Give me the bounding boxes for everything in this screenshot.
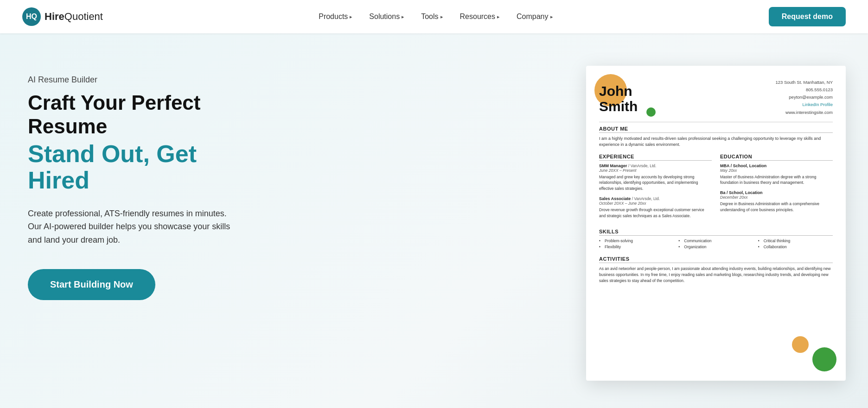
hero-subtitle: Stand Out, Get Hired bbox=[28, 141, 269, 194]
about-section-title: About Me bbox=[599, 126, 833, 133]
job-title-2: Sales Associate / VanArsde, Ltd. bbox=[599, 196, 712, 201]
job-date-1: June 20XX – Present bbox=[599, 168, 712, 173]
decorative-dot-green-mid bbox=[646, 107, 656, 117]
job-entry-1: SMM Manager / VanArsde, Ltd. June 20XX –… bbox=[599, 163, 712, 192]
skills-title: Skills bbox=[599, 229, 833, 236]
nav-item-company[interactable]: Company ▸ bbox=[517, 13, 553, 21]
resume-name: John Smith bbox=[599, 79, 638, 116]
chevron-down-icon: ▸ bbox=[350, 14, 352, 20]
nav-item-resources[interactable]: Resources ▸ bbox=[460, 13, 500, 21]
edu-date-2: December 20xx bbox=[720, 195, 833, 200]
nav-item-tools[interactable]: Tools ▸ bbox=[421, 13, 443, 21]
resume-divider bbox=[599, 122, 833, 122]
skill-item: Collaboration bbox=[758, 245, 833, 249]
skill-item: Flexibility bbox=[599, 245, 674, 249]
edu-date-1: May 20xx bbox=[720, 168, 833, 173]
logo-icon: HQ bbox=[22, 7, 41, 26]
experience-column: Experience SMM Manager / VanArsde, Ltd. … bbox=[599, 154, 712, 224]
resume-card: John Smith 123 South St. Manhattan, NY 8… bbox=[586, 66, 846, 381]
education-column: Education MBA / School, Location May 20x… bbox=[720, 154, 833, 224]
resume-contact: 123 South St. Manhattan, NY 805.555.0123… bbox=[775, 79, 833, 116]
decorative-dot-orange-bottom bbox=[792, 336, 809, 353]
request-demo-button[interactable]: Request demo bbox=[769, 7, 846, 26]
job-title-1: SMM Manager / VanArsde, Ltd. bbox=[599, 163, 712, 168]
nav-item-products[interactable]: Products ▸ bbox=[319, 13, 352, 21]
edu-degree-2: Ba / School, Location bbox=[720, 190, 833, 195]
skills-col-1: Problem-solving Flexibility bbox=[599, 239, 674, 251]
chevron-down-icon: ▸ bbox=[497, 14, 500, 20]
resume-header: John Smith 123 South St. Manhattan, NY 8… bbox=[599, 79, 833, 116]
nav-menu: Products ▸ Solutions ▸ Tools ▸ Resources… bbox=[319, 13, 553, 21]
job-desc-2: Drove revenue growth through exceptional… bbox=[599, 207, 712, 219]
hero-section: AI Resume Builder Craft Your Perfect Res… bbox=[0, 33, 868, 408]
experience-title: Experience bbox=[599, 154, 712, 161]
resume-exp-edu: Experience SMM Manager / VanArsde, Ltd. … bbox=[599, 154, 833, 224]
activities-title: Activities bbox=[599, 256, 833, 263]
skills-section: Skills Problem-solving Flexibility Commu… bbox=[599, 229, 833, 251]
activities-section: Activities As an avid networker and peop… bbox=[599, 256, 833, 283]
hero-title: Craft Your Perfect Resume bbox=[28, 91, 269, 138]
resume-preview: John Smith 123 South St. Manhattan, NY 8… bbox=[586, 66, 846, 381]
job-entry-2: Sales Associate / VanArsde, Ltd. October… bbox=[599, 196, 712, 219]
chevron-down-icon: ▸ bbox=[402, 14, 404, 20]
job-date-2: October 20XX – June 20xx bbox=[599, 201, 712, 206]
decorative-dot-green-bottom bbox=[812, 347, 836, 371]
chevron-down-icon: ▸ bbox=[550, 14, 553, 20]
about-text: I am a highly motivated and results-driv… bbox=[599, 136, 833, 148]
nav-item-solutions[interactable]: Solutions ▸ bbox=[369, 13, 404, 21]
hero-description: Create professional, ATS-friendly resume… bbox=[28, 207, 241, 247]
chevron-down-icon: ▸ bbox=[440, 14, 443, 20]
logo[interactable]: HQ HireQuotient bbox=[22, 7, 103, 26]
edu-entry-2: Ba / School, Location December 20xx Degr… bbox=[720, 190, 833, 213]
edu-degree-1: MBA / School, Location bbox=[720, 163, 833, 168]
skill-item: Problem-solving bbox=[599, 239, 674, 243]
navbar: HQ HireQuotient Products ▸ Solutions ▸ T… bbox=[0, 0, 868, 33]
start-building-button[interactable]: Start Building Now bbox=[28, 269, 155, 300]
job-desc-1: Managed and grew key accounts by develop… bbox=[599, 174, 712, 192]
hero-tag: AI Resume Builder bbox=[28, 75, 269, 85]
hero-content: AI Resume Builder Craft Your Perfect Res… bbox=[28, 61, 269, 300]
skills-col-2: Communication Organization bbox=[678, 239, 753, 251]
resume-about-section: About Me I am a highly motivated and res… bbox=[599, 126, 833, 148]
skill-item: Critical thinking bbox=[758, 239, 833, 243]
edu-desc-2: Degree in Business Administration with a… bbox=[720, 201, 833, 213]
skills-col-3: Critical thinking Collaboration bbox=[758, 239, 833, 251]
logo-text: HireQuotient bbox=[45, 11, 103, 23]
education-title: Education bbox=[720, 154, 833, 161]
activities-text: As an avid networker and people-person, … bbox=[599, 266, 833, 283]
edu-desc-1: Master of Business Administration degree… bbox=[720, 174, 833, 186]
edu-entry-1: MBA / School, Location May 20xx Master o… bbox=[720, 163, 833, 186]
skill-item: Organization bbox=[678, 245, 753, 249]
skill-item: Communication bbox=[678, 239, 753, 243]
skills-grid: Problem-solving Flexibility Communicatio… bbox=[599, 239, 833, 251]
